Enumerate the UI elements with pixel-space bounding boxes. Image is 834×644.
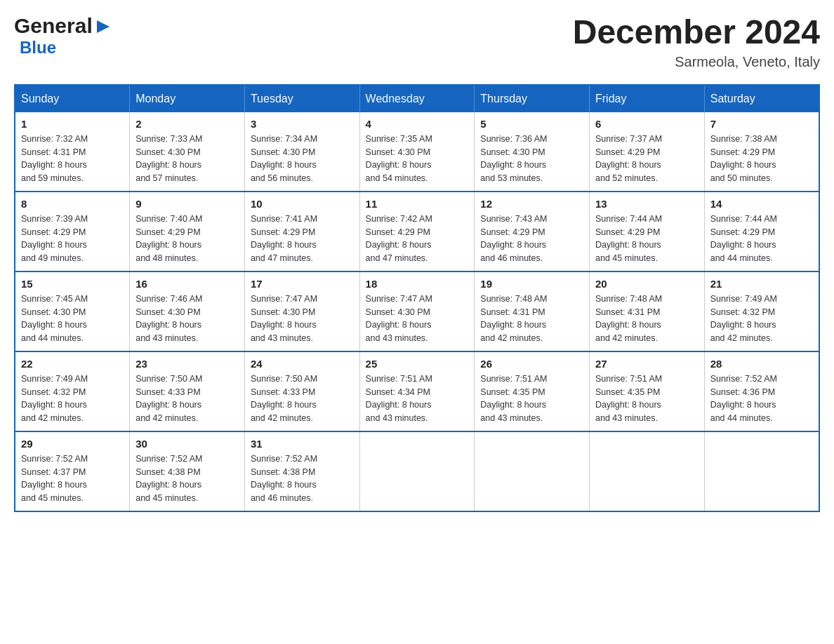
day-number: 29 xyxy=(21,438,124,450)
calendar-cell: 25 Sunrise: 7:51 AMSunset: 4:34 PMDaylig… xyxy=(359,351,475,431)
day-number: 27 xyxy=(595,358,699,370)
day-number: 7 xyxy=(710,118,813,130)
day-number: 15 xyxy=(21,278,124,290)
day-info: Sunrise: 7:44 AMSunset: 4:29 PMDaylight:… xyxy=(710,214,777,263)
day-info: Sunrise: 7:51 AMSunset: 4:35 PMDaylight:… xyxy=(595,374,662,423)
day-number: 1 xyxy=(21,118,124,130)
day-number: 19 xyxy=(480,278,583,290)
calendar-week-3: 15 Sunrise: 7:45 AMSunset: 4:30 PMDaylig… xyxy=(15,271,819,351)
calendar-week-1: 1 Sunrise: 7:32 AMSunset: 4:31 PMDayligh… xyxy=(15,112,819,192)
day-number: 5 xyxy=(480,118,583,130)
calendar-cell: 8 Sunrise: 7:39 AMSunset: 4:29 PMDayligh… xyxy=(15,192,130,271)
calendar-cell: 30 Sunrise: 7:52 AMSunset: 4:38 PMDaylig… xyxy=(130,431,245,511)
col-thursday: Thursday xyxy=(475,85,590,112)
calendar-cell: 6 Sunrise: 7:37 AMSunset: 4:29 PMDayligh… xyxy=(590,112,705,192)
day-info: Sunrise: 7:52 AMSunset: 4:38 PMDaylight:… xyxy=(251,454,317,503)
day-info: Sunrise: 7:32 AMSunset: 4:31 PMDaylight:… xyxy=(21,134,88,183)
calendar-cell: 4 Sunrise: 7:35 AMSunset: 4:30 PMDayligh… xyxy=(359,112,475,192)
day-info: Sunrise: 7:47 AMSunset: 4:30 PMDaylight:… xyxy=(366,294,432,343)
calendar-cell: 13 Sunrise: 7:44 AMSunset: 4:29 PMDaylig… xyxy=(590,192,705,271)
calendar-cell: 29 Sunrise: 7:52 AMSunset: 4:37 PMDaylig… xyxy=(15,431,130,511)
calendar-cell: 5 Sunrise: 7:36 AMSunset: 4:30 PMDayligh… xyxy=(475,112,590,192)
day-info: Sunrise: 7:46 AMSunset: 4:30 PMDaylight:… xyxy=(135,294,202,343)
day-number: 6 xyxy=(595,118,699,130)
day-number: 30 xyxy=(135,438,239,450)
day-number: 22 xyxy=(21,358,124,370)
calendar-cell: 17 Sunrise: 7:47 AMSunset: 4:30 PMDaylig… xyxy=(244,271,359,351)
page-header: General Blue December 2024 Sarmeola, Ven… xyxy=(14,14,820,70)
col-sunday: Sunday xyxy=(15,85,130,112)
day-info: Sunrise: 7:44 AMSunset: 4:29 PMDaylight:… xyxy=(595,214,662,263)
calendar-cell: 10 Sunrise: 7:41 AMSunset: 4:29 PMDaylig… xyxy=(244,192,359,271)
day-info: Sunrise: 7:50 AMSunset: 4:33 PMDaylight:… xyxy=(135,374,202,423)
calendar-cell: 7 Sunrise: 7:38 AMSunset: 4:29 PMDayligh… xyxy=(704,112,819,192)
col-friday: Friday xyxy=(590,85,705,112)
day-info: Sunrise: 7:45 AMSunset: 4:30 PMDaylight:… xyxy=(21,294,88,343)
calendar-cell: 28 Sunrise: 7:52 AMSunset: 4:36 PMDaylig… xyxy=(704,351,819,431)
day-number: 17 xyxy=(251,278,354,290)
day-number: 13 xyxy=(595,198,699,210)
day-number: 28 xyxy=(710,358,813,370)
calendar-cell: 21 Sunrise: 7:49 AMSunset: 4:32 PMDaylig… xyxy=(704,271,819,351)
day-number: 14 xyxy=(710,198,813,210)
calendar-cell: 20 Sunrise: 7:48 AMSunset: 4:31 PMDaylig… xyxy=(590,271,705,351)
calendar-cell: 19 Sunrise: 7:48 AMSunset: 4:31 PMDaylig… xyxy=(475,271,590,351)
day-info: Sunrise: 7:41 AMSunset: 4:29 PMDaylight:… xyxy=(251,214,317,263)
calendar-cell: 2 Sunrise: 7:33 AMSunset: 4:30 PMDayligh… xyxy=(130,112,245,192)
day-info: Sunrise: 7:50 AMSunset: 4:33 PMDaylight:… xyxy=(251,374,317,423)
calendar-cell: 22 Sunrise: 7:49 AMSunset: 4:32 PMDaylig… xyxy=(15,351,130,431)
day-info: Sunrise: 7:51 AMSunset: 4:35 PMDaylight:… xyxy=(480,374,547,423)
day-number: 8 xyxy=(21,198,124,210)
day-number: 9 xyxy=(135,198,239,210)
logo: General Blue xyxy=(14,14,111,58)
day-info: Sunrise: 7:38 AMSunset: 4:29 PMDaylight:… xyxy=(710,134,777,183)
calendar-week-2: 8 Sunrise: 7:39 AMSunset: 4:29 PMDayligh… xyxy=(15,192,819,271)
calendar-cell: 23 Sunrise: 7:50 AMSunset: 4:33 PMDaylig… xyxy=(130,351,245,431)
day-info: Sunrise: 7:52 AMSunset: 4:37 PMDaylight:… xyxy=(21,454,88,503)
calendar-week-4: 22 Sunrise: 7:49 AMSunset: 4:32 PMDaylig… xyxy=(15,351,819,431)
calendar-header-row: Sunday Monday Tuesday Wednesday Thursday… xyxy=(15,85,819,112)
calendar-cell: 11 Sunrise: 7:42 AMSunset: 4:29 PMDaylig… xyxy=(359,192,475,271)
month-title: December 2024 xyxy=(573,14,820,51)
col-saturday: Saturday xyxy=(704,85,819,112)
col-wednesday: Wednesday xyxy=(359,85,475,112)
day-info: Sunrise: 7:47 AMSunset: 4:30 PMDaylight:… xyxy=(251,294,317,343)
day-info: Sunrise: 7:48 AMSunset: 4:31 PMDaylight:… xyxy=(480,294,547,343)
day-number: 21 xyxy=(710,278,813,290)
logo-blue-text: Blue xyxy=(20,38,56,57)
day-info: Sunrise: 7:37 AMSunset: 4:29 PMDaylight:… xyxy=(595,134,662,183)
day-number: 16 xyxy=(135,278,239,290)
day-info: Sunrise: 7:34 AMSunset: 4:30 PMDaylight:… xyxy=(251,134,317,183)
calendar-cell: 9 Sunrise: 7:40 AMSunset: 4:29 PMDayligh… xyxy=(130,192,245,271)
day-info: Sunrise: 7:42 AMSunset: 4:29 PMDaylight:… xyxy=(366,214,432,263)
day-info: Sunrise: 7:49 AMSunset: 4:32 PMDaylight:… xyxy=(710,294,777,343)
day-number: 26 xyxy=(480,358,583,370)
logo-triangle-icon xyxy=(95,19,111,34)
day-number: 12 xyxy=(480,198,583,210)
calendar-cell: 27 Sunrise: 7:51 AMSunset: 4:35 PMDaylig… xyxy=(590,351,705,431)
calendar-cell xyxy=(590,431,705,511)
day-info: Sunrise: 7:40 AMSunset: 4:29 PMDaylight:… xyxy=(135,214,202,263)
day-info: Sunrise: 7:36 AMSunset: 4:30 PMDaylight:… xyxy=(480,134,547,183)
day-number: 20 xyxy=(595,278,699,290)
calendar-cell: 15 Sunrise: 7:45 AMSunset: 4:30 PMDaylig… xyxy=(15,271,130,351)
day-number: 18 xyxy=(366,278,469,290)
calendar-cell: 31 Sunrise: 7:52 AMSunset: 4:38 PMDaylig… xyxy=(244,431,359,511)
calendar-cell: 18 Sunrise: 7:47 AMSunset: 4:30 PMDaylig… xyxy=(359,271,475,351)
calendar-cell xyxy=(359,431,475,511)
day-info: Sunrise: 7:51 AMSunset: 4:34 PMDaylight:… xyxy=(366,374,432,423)
day-number: 3 xyxy=(251,118,354,130)
calendar-cell: 26 Sunrise: 7:51 AMSunset: 4:35 PMDaylig… xyxy=(475,351,590,431)
day-number: 31 xyxy=(251,438,354,450)
day-info: Sunrise: 7:49 AMSunset: 4:32 PMDaylight:… xyxy=(21,374,88,423)
calendar-cell: 3 Sunrise: 7:34 AMSunset: 4:30 PMDayligh… xyxy=(244,112,359,192)
day-number: 25 xyxy=(366,358,469,370)
calendar-cell xyxy=(475,431,590,511)
title-section: December 2024 Sarmeola, Veneto, Italy xyxy=(573,14,820,70)
day-number: 10 xyxy=(251,198,354,210)
calendar-cell: 24 Sunrise: 7:50 AMSunset: 4:33 PMDaylig… xyxy=(244,351,359,431)
day-number: 24 xyxy=(251,358,354,370)
calendar-cell xyxy=(704,431,819,511)
day-number: 2 xyxy=(135,118,239,130)
calendar-week-5: 29 Sunrise: 7:52 AMSunset: 4:37 PMDaylig… xyxy=(15,431,819,511)
